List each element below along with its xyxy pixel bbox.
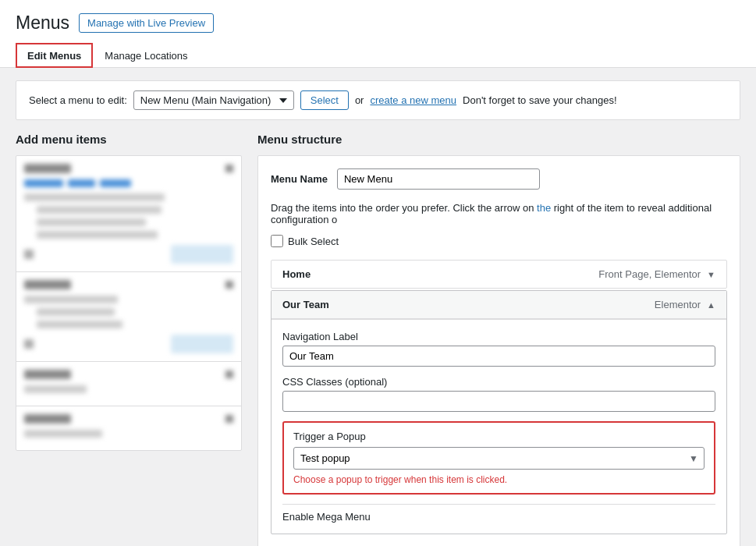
- popup-hint-text: Choose a popup to trigger when this item…: [293, 474, 705, 485]
- page-title: Menus: [16, 12, 69, 34]
- our-team-item-right: Elementor ▲: [655, 299, 715, 310]
- our-team-item-name: Our Team: [282, 299, 329, 310]
- our-team-item-type: Elementor: [655, 299, 701, 310]
- nav-label-label: Navigation Label: [282, 331, 715, 342]
- tab-manage-locations[interactable]: Manage Locations: [93, 43, 199, 68]
- css-classes-label: CSS Classes (optional): [282, 376, 715, 388]
- drag-hint: Drag the items into the order you prefer…: [271, 202, 727, 225]
- bulk-select-row: Bulk Select: [271, 235, 727, 247]
- tabs-bar: Edit Menus Manage Locations: [16, 43, 740, 67]
- our-team-header[interactable]: Our Team Elementor ▲: [272, 291, 726, 319]
- menu-structure-title: Menu structure: [257, 133, 740, 146]
- custom-links-section: [16, 362, 241, 406]
- select-button[interactable]: Select: [300, 90, 349, 110]
- bulk-select-checkbox[interactable]: [271, 235, 283, 247]
- home-item-type: Front Page, Elementor: [598, 268, 701, 280]
- menu-name-label: Menu Name: [271, 173, 328, 185]
- enable-mega-menu-label: Enable Mega Menu: [282, 504, 715, 523]
- popup-select-dropdown[interactable]: Test popup None: [293, 447, 705, 470]
- our-team-body: Navigation Label CSS Classes (optional) …: [272, 319, 726, 534]
- highlight-text: the: [537, 202, 551, 214]
- menu-name-input[interactable]: [337, 168, 540, 190]
- categories-section: [16, 406, 241, 450]
- menu-name-row: Menu Name: [271, 168, 727, 190]
- reminder-text: Don't forget to save your changes!: [463, 94, 617, 106]
- nav-label-input[interactable]: [282, 346, 715, 367]
- css-classes-input[interactable]: [282, 391, 715, 412]
- home-chevron-icon[interactable]: ▼: [707, 270, 715, 279]
- bulk-select-label: Bulk Select: [288, 236, 339, 247]
- nav-label-row: Navigation Label: [282, 331, 715, 367]
- menu-structure-box: Menu Name Drag the items into the order …: [257, 155, 740, 546]
- tab-edit-menus[interactable]: Edit Menus: [16, 43, 93, 68]
- select-menu-label: Select a menu to edit:: [29, 94, 127, 106]
- trigger-popup-label: Trigger a Popup: [293, 431, 705, 442]
- css-classes-row: CSS Classes (optional): [282, 376, 715, 412]
- create-new-menu-link[interactable]: create a new menu: [370, 94, 456, 106]
- add-menu-items-title: Add menu items: [16, 133, 242, 146]
- popup-select-wrapper: Test popup None ▼: [293, 447, 705, 470]
- trigger-popup-section: Trigger a Popup Test popup None ▼ Choose…: [282, 421, 715, 495]
- tags-section: [16, 272, 241, 361]
- home-item-right: Front Page, Elementor ▼: [598, 268, 715, 280]
- add-items-box: [16, 155, 242, 451]
- menu-item-our-team: Our Team Elementor ▲ Navigation Label: [271, 290, 727, 534]
- menu-item-home: Home Front Page, Elementor ▼: [271, 260, 727, 289]
- menu-select-dropdown[interactable]: New Menu (Main Navigation): [133, 90, 294, 110]
- our-team-item-left: Our Team: [282, 299, 329, 310]
- home-item-name: Home: [282, 268, 311, 280]
- live-preview-button[interactable]: Manage with Live Preview: [79, 13, 214, 33]
- or-text: or: [355, 94, 364, 106]
- home-item-left: Home: [282, 268, 311, 280]
- pages-section: [16, 156, 241, 271]
- select-menu-bar: Select a menu to edit: New Menu (Main Na…: [16, 80, 740, 120]
- menu-item-home-header[interactable]: Home Front Page, Elementor ▼: [272, 261, 726, 288]
- our-team-chevron-icon[interactable]: ▲: [707, 300, 715, 310]
